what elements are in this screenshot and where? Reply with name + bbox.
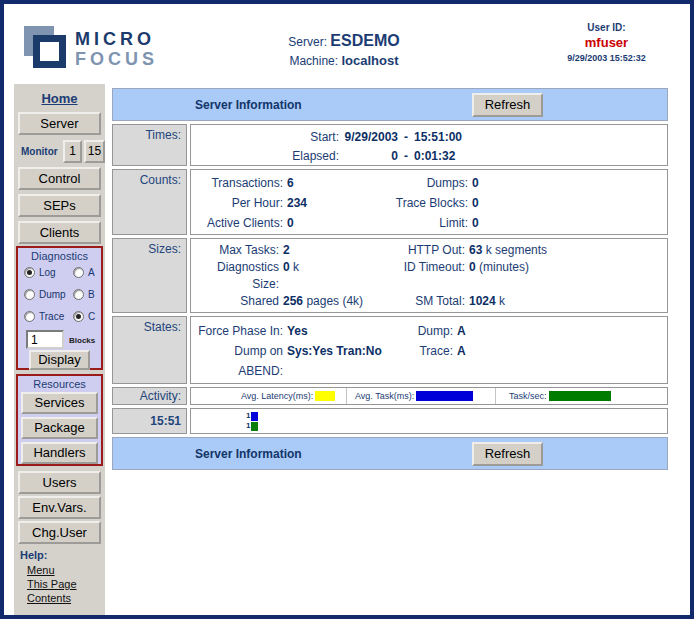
elapsed-days: 0 — [341, 147, 398, 166]
clients-button[interactable]: Clients — [18, 221, 101, 244]
active-trace-value — [283, 381, 369, 384]
user-id-value: mfuser — [544, 35, 669, 50]
states-label-cell: States: — [112, 316, 187, 384]
logo-text-focus: FOCUS — [75, 49, 158, 69]
task-per-sec-swatch — [549, 391, 611, 401]
transactions-value: 6 — [283, 173, 363, 193]
diagnostics-size-value: 0 — [283, 260, 290, 274]
logo-text-micro: MICRO — [75, 29, 158, 49]
sm-total-value: 1024 — [469, 294, 496, 308]
dump-state-label: Dump: — [369, 321, 453, 341]
header: MICRO FOCUS Server: ESDEMO Machine: loca… — [4, 4, 690, 84]
http-out-label: HTTP Out: — [375, 242, 465, 259]
activity-time-row: 15:51 1 1 — [112, 408, 668, 434]
shared-memory-value: 256 — [283, 294, 303, 308]
force-phase-in-value: Yes — [283, 321, 369, 341]
trace-state-value: A — [453, 341, 667, 381]
monitor-15-button[interactable]: 15 — [84, 140, 105, 163]
per-hour-value: 234 — [283, 193, 363, 213]
help-contents-link[interactable]: Contents — [27, 592, 71, 604]
radio-b-label: B — [88, 289, 95, 300]
control-button[interactable]: Control — [18, 167, 101, 190]
sizes-label-cell: Sizes: — [112, 238, 187, 313]
diagnostics-panel: Diagnostics Log A Dump B Trace C Blocks — [16, 246, 103, 370]
radio-dump[interactable] — [24, 289, 35, 300]
help-menu-link[interactable]: Menu — [27, 564, 55, 576]
user-id-label: User ID: — [544, 22, 669, 33]
blocks-input[interactable] — [26, 330, 64, 349]
radio-log[interactable] — [24, 267, 35, 278]
limit-label: Limit: — [363, 213, 468, 233]
shared-memory-label: Shared Memory: — [191, 293, 279, 313]
refresh-button-bottom[interactable]: Refresh — [472, 442, 543, 466]
radio-a[interactable] — [73, 267, 84, 278]
help-this-page-link[interactable]: This Page — [27, 578, 77, 590]
transactions-label: Transactions: — [191, 173, 283, 193]
package-button[interactable]: Package — [21, 417, 98, 439]
radio-trace[interactable] — [24, 311, 35, 322]
machine-label: Machine: — [289, 54, 338, 68]
diagnostics-size-label: Diagnostics Size: — [191, 259, 279, 293]
chg-user-button[interactable]: Chg.User — [18, 521, 101, 544]
task-per-sec-bar-value: 1 — [246, 421, 250, 431]
diagnostics-title: Diagnostics — [18, 250, 101, 262]
times-row: Times: Start: 9/29/2003 - 15:51:00 Elaps… — [112, 124, 668, 166]
blocks-label: Blocks — [69, 336, 95, 345]
server-information-footer: Server Information Refresh — [112, 437, 668, 470]
dump-on-abend-value: Sys:Yes Tran:No — [283, 341, 369, 381]
counts-row: Counts: Transactions: 6 Dumps: 0 Per Hou… — [112, 169, 668, 235]
radio-b[interactable] — [73, 289, 84, 300]
radio-trace-label: Trace — [39, 311, 64, 322]
env-vars-button[interactable]: Env.Vars. — [18, 496, 101, 519]
users-button[interactable]: Users — [18, 471, 101, 494]
times-label-cell: Times: — [112, 124, 187, 166]
id-timeout-value: 0 — [469, 260, 476, 274]
monitor-label: Monitor — [21, 146, 58, 157]
elapsed-time: 0:01:32 — [414, 147, 667, 166]
start-time: 15:51:00 — [414, 128, 667, 147]
radio-log-label: Log — [39, 267, 56, 278]
elapsed-separator: - — [398, 147, 414, 166]
dump-state-value: A — [453, 321, 667, 341]
server-name: ESDEMO — [330, 32, 399, 49]
server-information-footer-title: Server Information — [195, 447, 302, 461]
refresh-button-top[interactable]: Refresh — [472, 93, 543, 117]
server-button[interactable]: Server — [18, 112, 101, 135]
server-information-title: Server Information — [195, 98, 302, 112]
max-tasks-label: Max Tasks: — [191, 242, 279, 259]
monitor-1-button[interactable]: 1 — [63, 140, 82, 163]
sm-total-label: SM Total: — [375, 293, 465, 313]
header-server-info: Server: ESDEMO Machine: localhost — [214, 32, 474, 68]
trace-blocks-label: Trace Blocks: — [363, 193, 468, 213]
server-label: Server: — [288, 35, 327, 49]
avg-latency-legend-label: Avg. Latency(ms): — [241, 391, 313, 401]
trace-blocks-value: 0 — [468, 193, 667, 213]
avg-task-legend-label: Avg. Task(ms): — [355, 391, 414, 401]
trace-state-label: Trace: — [369, 341, 453, 381]
per-hour-label: Per Hour: — [191, 193, 283, 213]
header-user-info: User ID: mfuser 9/29/2003 15:52:32 — [544, 22, 669, 63]
activity-time-label: 15:51 — [112, 408, 187, 434]
counts-label-cell: Counts: — [112, 169, 187, 235]
active-clients-value: 0 — [283, 213, 363, 233]
server-information-header: Server Information Refresh — [112, 88, 668, 121]
micro-focus-logo: MICRO FOCUS — [20, 26, 180, 76]
start-label: Start: — [191, 128, 341, 147]
help-title: Help: — [20, 549, 48, 561]
handlers-button[interactable]: Handlers — [21, 442, 98, 464]
limit-value: 0 — [468, 213, 667, 233]
sizes-row: Sizes: Max Tasks: 2 HTTP Out: 63 k segme… — [112, 238, 668, 313]
resources-panel: Resources Services Package Handlers — [16, 374, 103, 466]
display-button[interactable]: Display — [29, 350, 90, 370]
radio-c-label: C — [88, 311, 95, 322]
services-button[interactable]: Services — [21, 392, 98, 414]
logo-front-square-icon — [33, 35, 66, 68]
start-separator: - — [398, 128, 414, 147]
home-link[interactable]: Home — [14, 91, 105, 106]
radio-c[interactable] — [73, 311, 84, 322]
task-per-sec-bar — [251, 422, 258, 431]
radio-a-label: A — [88, 267, 95, 278]
seps-button[interactable]: SEPs — [18, 194, 101, 217]
avg-task-bar-value: 1 — [246, 411, 250, 421]
dumps-label: Dumps: — [363, 173, 468, 193]
